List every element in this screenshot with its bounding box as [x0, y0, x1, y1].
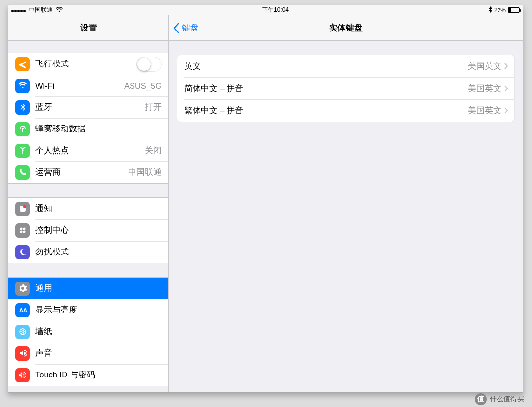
detail-pane: 键盘 实体键盘 英文美国英文简体中文 – 拼音美国英文繁体中文 – 拼音美国英文	[169, 15, 523, 392]
sidebar-group: 飞行模式Wi-FiASUS_5G蓝牙打开蜂窝移动数据个人热点关闭运营商中国联通	[8, 53, 168, 184]
chevron-right-icon	[504, 107, 508, 114]
sidebar-item-label: 飞行模式	[35, 59, 69, 69]
sidebar-item-cellular[interactable]: 蜂窝移动数据	[8, 118, 168, 140]
svg-point-4	[20, 231, 22, 233]
keyboard-layout-row[interactable]: 英文美国英文	[177, 55, 514, 77]
sidebar-title: 设置	[8, 22, 168, 33]
sidebar-item-value: 中国联通	[128, 167, 162, 178]
row-value: 美国英文	[468, 61, 501, 72]
sidebar-item-label: Touch ID 与密码	[35, 370, 95, 380]
sidebar-item-hotspot[interactable]: 个人热点关闭	[8, 140, 168, 161]
sidebar-item-dnd[interactable]: 勿扰模式	[8, 241, 168, 263]
svg-text:AA: AA	[19, 307, 27, 313]
cc-icon	[15, 223, 30, 238]
keyboard-layout-row[interactable]: 繁体中文 – 拼音美国英文	[177, 99, 514, 122]
detail-navbar: 键盘 实体键盘	[169, 15, 523, 41]
signal-strength-icon	[11, 7, 26, 14]
sidebar-item-label: Wi-Fi	[35, 81, 54, 91]
sidebar-item-wallpaper[interactable]: 墙纸	[8, 321, 168, 343]
battery-icon	[508, 7, 520, 13]
sidebar-item-general[interactable]: 通用	[8, 278, 168, 299]
sidebar-item-label: 勿扰模式	[35, 247, 69, 257]
wifi-icon	[15, 79, 30, 93]
row-label: 英文	[184, 61, 201, 72]
row-label: 简体中文 – 拼音	[184, 83, 243, 94]
back-label: 键盘	[182, 22, 199, 33]
status-bar: 中国联通 下午10:04 22%	[8, 5, 523, 15]
sidebar-item-value: 打开	[145, 102, 162, 113]
sidebar-group: 通用AA显示与亮度墙纸声音Touch ID 与密码	[8, 277, 168, 386]
wifi-icon	[56, 7, 63, 14]
sidebar-navbar: 设置	[8, 15, 168, 41]
sidebar-item-sound[interactable]: 声音	[8, 343, 168, 364]
svg-point-3	[23, 228, 25, 230]
moon-icon	[15, 245, 30, 259]
sidebar-item-label: 蓝牙	[35, 102, 52, 113]
clock-label: 下午10:04	[63, 6, 488, 14]
keyboard-layout-row[interactable]: 简体中文 – 拼音美国英文	[177, 77, 514, 99]
notif-icon	[15, 202, 30, 216]
back-button[interactable]: 键盘	[173, 22, 199, 33]
svg-point-15	[20, 373, 25, 377]
watermark: 值 什么值得买	[475, 393, 524, 405]
sidebar-item-label: 运营商	[35, 167, 61, 178]
sidebar-item-touchid[interactable]: Touch ID 与密码	[8, 364, 168, 386]
sidebar-item-label: 通知	[35, 203, 52, 214]
sidebar-item-label: 声音	[35, 348, 52, 359]
sidebar-item-controlcenter[interactable]: 控制中心	[8, 219, 168, 241]
chevron-right-icon	[504, 85, 508, 92]
svg-point-16	[21, 374, 24, 376]
sidebar-item-value: ASUS_5G	[124, 81, 162, 91]
sidebar-scroll[interactable]: 飞行模式Wi-FiASUS_5G蓝牙打开蜂窝移动数据个人热点关闭运营商中国联通通…	[8, 41, 168, 392]
chevron-right-icon	[504, 63, 508, 69]
watermark-badge: 值	[475, 393, 487, 405]
row-label: 繁体中文 – 拼音	[184, 105, 243, 116]
gear-icon	[15, 282, 30, 296]
wallpaper-icon	[15, 325, 30, 339]
cellular-icon	[15, 122, 30, 136]
sidebar-item-bluetooth[interactable]: 蓝牙打开	[8, 96, 168, 118]
svg-point-2	[20, 228, 22, 230]
row-value: 美国英文	[468, 83, 501, 94]
phone-icon	[15, 165, 30, 180]
sidebar-item-value: 关闭	[145, 145, 162, 156]
airplane-icon	[15, 57, 30, 71]
bluetooth-icon	[15, 100, 30, 115]
settings-sidebar: 设置 飞行模式Wi-FiASUS_5G蓝牙打开蜂窝移动数据个人热点关闭运营商中国…	[8, 15, 169, 392]
sidebar-item-label: 显示与亮度	[35, 305, 77, 315]
sidebar-item-label: 个人热点	[35, 145, 69, 156]
svg-point-1	[23, 205, 26, 208]
row-value: 美国英文	[468, 105, 501, 116]
sidebar-item-wifi[interactable]: Wi-FiASUS_5G	[8, 75, 168, 96]
bluetooth-icon	[488, 6, 492, 14]
chevron-left-icon	[173, 23, 180, 33]
sidebar-item-notifications[interactable]: 通知	[8, 198, 168, 219]
detail-scroll[interactable]: 英文美国英文简体中文 – 拼音美国英文繁体中文 – 拼音美国英文	[169, 41, 523, 392]
sidebar-item-carrier[interactable]: 运营商中国联通	[8, 161, 168, 183]
sound-icon	[15, 346, 30, 361]
svg-point-5	[23, 231, 25, 233]
sidebar-group: 通知控制中心勿扰模式	[8, 197, 168, 263]
touchid-icon	[15, 368, 30, 382]
battery-percent-label: 22%	[494, 7, 506, 14]
ipad-settings-window: 中国联通 下午10:04 22% 设置 飞行模式Wi-FiASUS_5G蓝牙打开…	[8, 5, 523, 393]
sidebar-item-label: 墙纸	[35, 326, 52, 337]
detail-title: 实体键盘	[169, 22, 523, 33]
display-icon: AA	[15, 303, 30, 317]
sidebar-item-airplane[interactable]: 飞行模式	[8, 53, 168, 75]
carrier-label: 中国联通	[29, 6, 53, 14]
sidebar-item-display[interactable]: AA显示与亮度	[8, 299, 168, 321]
keyboard-list-group: 英文美国英文简体中文 – 拼音美国英文繁体中文 – 拼音美国英文	[177, 55, 515, 122]
watermark-text: 什么值得买	[490, 395, 524, 404]
hotspot-icon	[15, 144, 30, 158]
airplane-toggle[interactable]	[136, 57, 162, 72]
sidebar-item-label: 通用	[35, 283, 52, 294]
sidebar-item-label: 控制中心	[35, 225, 69, 236]
sidebar-item-label: 蜂窝移动数据	[35, 124, 86, 134]
